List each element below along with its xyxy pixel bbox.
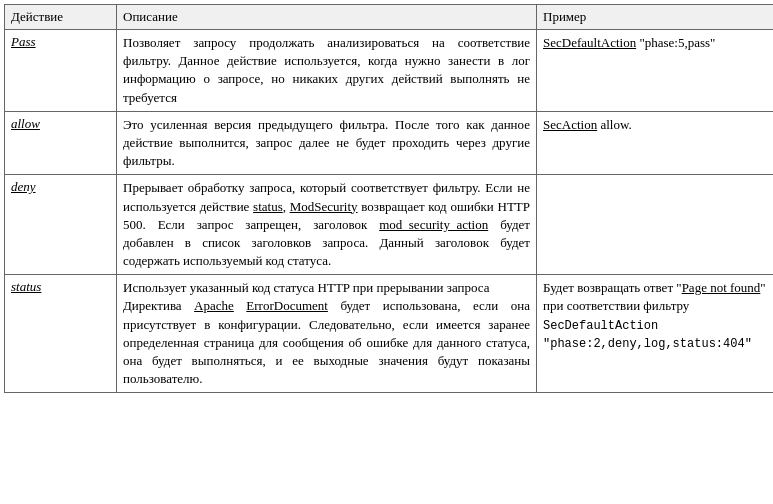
table-header-row: Действие Описание Пример [5,5,774,30]
link-status-in-deny[interactable]: status [253,199,283,214]
link-secaction[interactable]: SecAction [543,117,597,132]
action-status: status [5,275,117,393]
example-deny [537,175,774,275]
link-errordocument[interactable]: ErrorDocument [246,298,328,313]
main-container: Действие Описание Пример Pass Позволяет … [0,0,773,504]
code-secdefaultaction-status: SecDefaultAction "phase:2,deny,log,statu… [543,319,752,352]
link-secdefaultaction-pass[interactable]: SecDefaultAction [543,35,636,50]
example-status: Будет возвращать ответ "Page not found" … [537,275,774,393]
desc-allow: Это усиленная версия предыдущего фильтра… [117,111,537,175]
header-description: Описание [117,5,537,30]
header-action: Действие [5,5,117,30]
actions-table: Действие Описание Пример Pass Позволяет … [4,4,773,393]
link-mod-security-action[interactable]: mod_security_action [379,217,488,232]
table-row: deny Прерывает обработку запроса, которы… [5,175,774,275]
example-allow: SecAction allow. [537,111,774,175]
example-pass: SecDefaultAction "phase:5,pass" [537,30,774,112]
action-deny: deny [5,175,117,275]
desc-pass: Позволяет запросу продолжать анализирова… [117,30,537,112]
action-allow: allow [5,111,117,175]
table-row: allow Это усиленная версия предыдущего ф… [5,111,774,175]
table-row: Pass Позволяет запросу продолжать анализ… [5,30,774,112]
header-example: Пример [537,5,774,30]
action-pass: Pass [5,30,117,112]
link-apache[interactable]: Apache [194,298,234,313]
link-modsecurity[interactable]: ModSecurity [290,199,358,214]
link-page-not-found[interactable]: Page not found [682,280,761,295]
desc-deny: Прерывает обработку запроса, который соо… [117,175,537,275]
desc-status: Использует указанный код статуса HTTP пр… [117,275,537,393]
table-row: status Использует указанный код статуса … [5,275,774,393]
